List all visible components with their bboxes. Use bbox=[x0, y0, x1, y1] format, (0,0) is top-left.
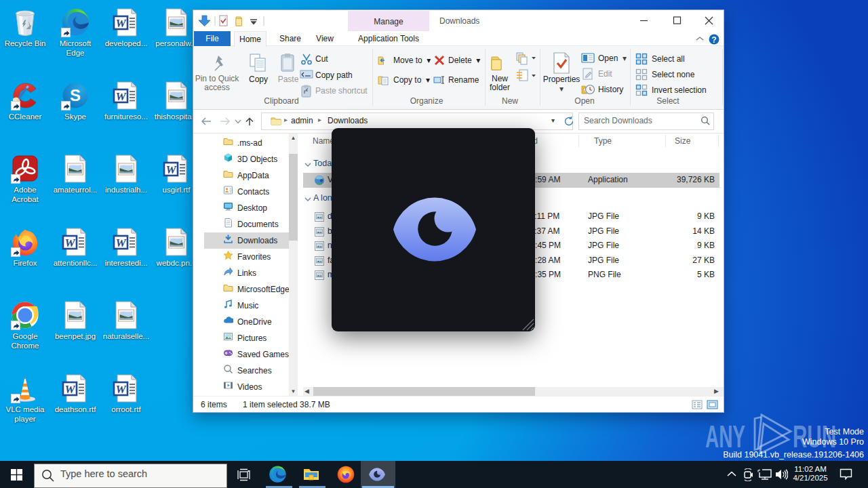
svg-text:W: W bbox=[115, 383, 127, 396]
svg-text:?: ? bbox=[711, 35, 716, 45]
svg-text:W: W bbox=[64, 383, 76, 396]
svg-text:W: W bbox=[165, 163, 177, 176]
svg-text:W: W bbox=[64, 237, 76, 249]
svg-text:W: W bbox=[115, 90, 127, 103]
svg-text:W: W bbox=[115, 17, 127, 30]
svg-text:S: S bbox=[70, 86, 81, 104]
svg-text:W: W bbox=[115, 237, 127, 249]
